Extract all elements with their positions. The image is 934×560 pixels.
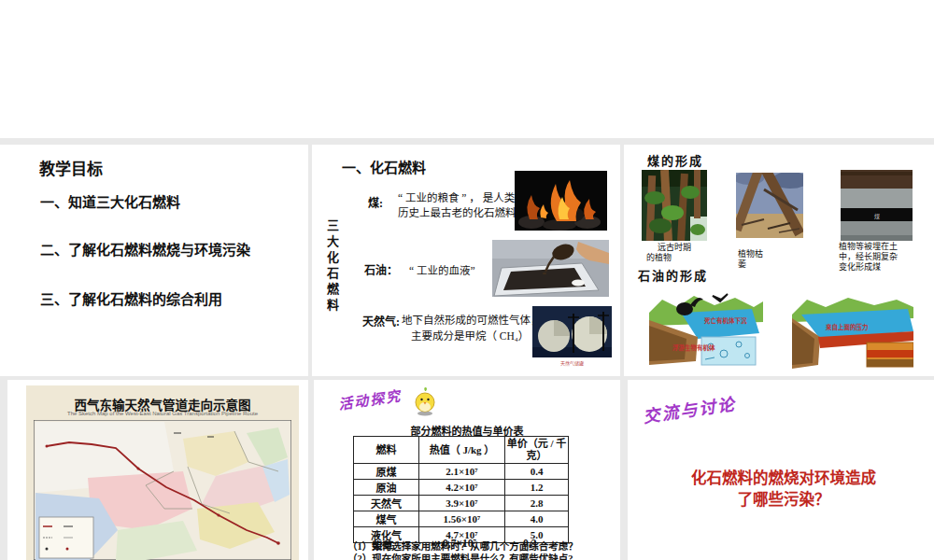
slide-thumbnail-formation[interactable]: 煤的形成 煤 远古时期 的植物 植物枯 萎 植物等被 xyxy=(624,145,934,376)
gas-tanks-image xyxy=(532,306,612,357)
oil-pouring-image xyxy=(492,240,609,297)
table-row: 煤气 1.56×10⁷ 4.0 xyxy=(354,511,569,527)
slide1-title: 教学目标 xyxy=(39,156,103,179)
coal-desc-line1: “ 工业的粮食 ” ， 是人类 xyxy=(398,189,515,204)
caption-ancient-plants-1: 远古时期 xyxy=(658,243,691,254)
overlap-row-heat: 0.7×10⁷ xyxy=(443,538,476,549)
side-label-three-fuels: 三大化石燃料 xyxy=(323,219,341,315)
gas-desc-line2: 主要成分是甲烷（ CH₄） xyxy=(411,328,529,343)
coal-seam-label: 煤 xyxy=(874,212,880,220)
map-subtitle: The Sketch Map of the West-East Natural … xyxy=(26,411,299,416)
table-row: 天然气 3.9×10⁷ 2.8 xyxy=(354,496,569,511)
withered-plants-image xyxy=(736,173,803,238)
coal-fire-image xyxy=(515,171,607,231)
objective-item-3: 三、了解化石燃料的综合利用 xyxy=(40,288,222,308)
objective-item-1: 一、知道三大化石燃料 xyxy=(40,191,180,211)
slide-thumbnail-objectives[interactable]: 教学目标 一、知道三大化石燃料 二、了解化石燃料燃烧与环境污染 三、了解化石燃料… xyxy=(0,145,308,376)
label-plankton: 浮游生物有机体 xyxy=(672,343,715,352)
oil-term: 石油： xyxy=(364,261,398,278)
ancient-forest-image xyxy=(642,170,707,241)
discussion-question-line1: 化石燃料的燃烧对环境造成 xyxy=(654,466,913,488)
caption-buried-3: 变化形成煤 xyxy=(839,262,881,273)
overlap-row-fuel: 柴草 xyxy=(372,538,393,553)
label-pressure: 来自上面的压力 xyxy=(826,322,869,331)
table-row: 原煤 2.1×10⁷ 0.4 xyxy=(354,464,569,480)
activity-badge: 活动探究 xyxy=(337,385,403,413)
slide-thumbnail-discussion[interactable]: 交流与讨论 化石燃料的燃烧对环境造成 了哪些污染？ xyxy=(628,380,934,560)
coal-formation-title: 煤的形成 xyxy=(647,151,703,169)
pipeline-map-image xyxy=(34,420,291,560)
oil-formation-title: 石油的形成 xyxy=(638,266,708,284)
caption-withered-1: 植物枯 xyxy=(738,249,763,260)
slide-thumbnail-fossil-fuels[interactable]: 一、化石燃料 三大化石燃料 煤: “ 工业的粮食 ” ， 是人类 历史上最古老的… xyxy=(312,145,620,376)
chick-icon xyxy=(415,387,435,417)
caption-ancient-plants-2: 的植物 xyxy=(646,253,672,264)
overlap-row-price: 0.3 xyxy=(523,538,536,549)
table-row: 原油 4.2×10⁷ 1.2 xyxy=(354,480,569,496)
gas-term: 天然气: xyxy=(362,313,400,329)
label-dead-organisms: 死亡有机体下沉 xyxy=(704,315,747,325)
caption-buried-1: 植物等被埋在土 xyxy=(839,242,898,253)
slide-thumbnail-pipeline-map[interactable]: 西气东输天然气管道走向示意图 The Sketch Map of the Wes… xyxy=(7,380,308,560)
slide2-title: 一、化石燃料 xyxy=(342,157,426,176)
discussion-question-line2: 了哪些污染？ xyxy=(654,487,913,510)
coal-seam-image xyxy=(841,170,913,241)
header-fuel: 燃料 xyxy=(354,437,419,464)
discussion-badge: 交流与讨论 xyxy=(642,390,738,427)
coal-term: 煤: xyxy=(368,194,383,211)
caption-withered-2: 萎 xyxy=(738,259,746,271)
objective-item-2: 二、了解化石燃料燃烧与环境污染 xyxy=(40,239,250,259)
table-header-row: 燃料 热值（ J/kg ） 单价（元 / 千克） xyxy=(354,437,569,464)
oil-formation-stage1-image xyxy=(649,285,763,371)
oil-desc: “ 工业的血液” xyxy=(409,262,475,277)
coal-desc-line2: 历史上最古老的化石燃料 xyxy=(398,204,517,219)
caption-buried-2: 中，经长期复杂 xyxy=(839,252,898,263)
map-panel: 西气东输天然气管道走向示意图 The Sketch Map of the Wes… xyxy=(26,385,299,560)
header-unit-price: 单价（元 / 千克） xyxy=(505,437,569,464)
slide-thumbnail-activity[interactable]: 活动探究 部分燃料的热值与单价表 燃料 热值（ J/kg ） 单价（元 / 千克… xyxy=(314,380,620,560)
gas-image-caption: 天然气储罐 xyxy=(560,359,584,366)
header-heat-value: 热值（ J/kg ） xyxy=(419,437,505,464)
gas-desc-line1: 地下自然形成的可燃性气体， xyxy=(402,312,542,327)
fuel-table: 燃料 热值（ J/kg ） 单价（元 / 千克） 原煤 2.1×10⁷ 0.4 … xyxy=(353,436,569,543)
